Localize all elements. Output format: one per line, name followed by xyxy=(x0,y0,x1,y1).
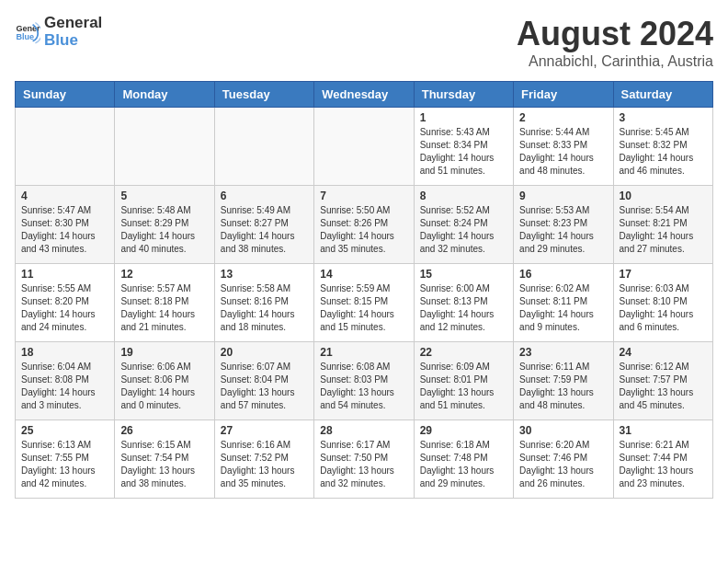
day-number: 13 xyxy=(221,268,308,281)
day-number: 11 xyxy=(21,268,108,281)
calendar-header-friday: Friday xyxy=(514,82,613,108)
calendar-cell: 19Sunrise: 6:06 AM Sunset: 8:06 PM Dayli… xyxy=(115,342,214,420)
day-info: Sunrise: 6:02 AM Sunset: 8:11 PM Dayligh… xyxy=(519,282,607,334)
calendar-cell: 21Sunrise: 6:08 AM Sunset: 8:03 PM Dayli… xyxy=(314,342,414,420)
day-info: Sunrise: 6:20 AM Sunset: 7:46 PM Dayligh… xyxy=(519,439,607,490)
day-number: 25 xyxy=(21,424,108,437)
calendar-week-row: 25Sunrise: 6:13 AM Sunset: 7:55 PM Dayli… xyxy=(16,420,713,499)
day-number: 26 xyxy=(120,424,208,437)
calendar-cell: 24Sunrise: 6:12 AM Sunset: 7:57 PM Dayli… xyxy=(613,342,712,420)
calendar-cell xyxy=(214,108,313,186)
calendar-cell: 20Sunrise: 6:07 AM Sunset: 8:04 PM Dayli… xyxy=(214,342,313,420)
day-number: 9 xyxy=(519,190,607,202)
calendar-cell: 6Sunrise: 5:49 AM Sunset: 8:27 PM Daylig… xyxy=(214,186,313,264)
calendar-header-wednesday: Wednesday xyxy=(314,82,414,108)
calendar-table: SundayMondayTuesdayWednesdayThursdayFrid… xyxy=(15,81,713,499)
calendar-cell: 12Sunrise: 5:57 AM Sunset: 8:18 PM Dayli… xyxy=(115,264,214,342)
location-title: Annabichl, Carinthia, Austria xyxy=(517,53,713,70)
calendar-header-row: SundayMondayTuesdayWednesdayThursdayFrid… xyxy=(16,82,713,108)
day-info: Sunrise: 6:13 AM Sunset: 7:55 PM Dayligh… xyxy=(21,439,108,490)
calendar-cell: 7Sunrise: 5:50 AM Sunset: 8:26 PM Daylig… xyxy=(314,186,414,264)
day-number: 7 xyxy=(320,190,407,202)
calendar-cell xyxy=(115,108,214,186)
calendar-cell: 23Sunrise: 6:11 AM Sunset: 7:59 PM Dayli… xyxy=(514,342,613,420)
day-number: 5 xyxy=(120,190,208,202)
day-number: 19 xyxy=(120,346,208,359)
day-info: Sunrise: 5:43 AM Sunset: 8:34 PM Dayligh… xyxy=(420,126,507,178)
day-info: Sunrise: 6:04 AM Sunset: 8:08 PM Dayligh… xyxy=(21,361,108,412)
day-info: Sunrise: 6:09 AM Sunset: 8:01 PM Dayligh… xyxy=(420,361,507,412)
day-info: Sunrise: 5:44 AM Sunset: 8:33 PM Dayligh… xyxy=(519,126,607,178)
day-number: 4 xyxy=(21,190,108,202)
calendar-cell: 5Sunrise: 5:48 AM Sunset: 8:29 PM Daylig… xyxy=(115,186,214,264)
calendar-cell: 31Sunrise: 6:21 AM Sunset: 7:44 PM Dayli… xyxy=(613,420,712,499)
calendar-week-row: 4Sunrise: 5:47 AM Sunset: 8:30 PM Daylig… xyxy=(16,186,713,264)
calendar-cell: 27Sunrise: 6:16 AM Sunset: 7:52 PM Dayli… xyxy=(214,420,313,499)
day-number: 12 xyxy=(120,268,208,281)
day-number: 28 xyxy=(320,424,407,437)
day-info: Sunrise: 5:45 AM Sunset: 8:32 PM Dayligh… xyxy=(620,126,707,178)
day-info: Sunrise: 5:50 AM Sunset: 8:26 PM Dayligh… xyxy=(320,204,407,256)
day-info: Sunrise: 5:47 AM Sunset: 8:30 PM Dayligh… xyxy=(21,204,108,256)
day-number: 14 xyxy=(320,268,407,281)
calendar-header-thursday: Thursday xyxy=(414,82,513,108)
calendar-cell: 1Sunrise: 5:43 AM Sunset: 8:34 PM Daylig… xyxy=(414,108,513,186)
calendar-cell: 9Sunrise: 5:53 AM Sunset: 8:23 PM Daylig… xyxy=(514,186,613,264)
day-number: 24 xyxy=(620,346,707,359)
calendar-cell: 14Sunrise: 5:59 AM Sunset: 8:15 PM Dayli… xyxy=(314,264,414,342)
day-info: Sunrise: 5:54 AM Sunset: 8:21 PM Dayligh… xyxy=(620,204,707,256)
month-year-title: August 2024 xyxy=(517,15,713,53)
calendar-cell: 15Sunrise: 6:00 AM Sunset: 8:13 PM Dayli… xyxy=(414,264,513,342)
calendar-cell xyxy=(314,108,414,186)
day-info: Sunrise: 5:58 AM Sunset: 8:16 PM Dayligh… xyxy=(221,282,308,334)
calendar-header-monday: Monday xyxy=(115,82,214,108)
calendar-cell: 18Sunrise: 6:04 AM Sunset: 8:08 PM Dayli… xyxy=(16,342,115,420)
calendar-header-sunday: Sunday xyxy=(16,82,115,108)
calendar-week-row: 11Sunrise: 5:55 AM Sunset: 8:20 PM Dayli… xyxy=(16,264,713,342)
day-number: 23 xyxy=(519,346,607,359)
day-info: Sunrise: 6:15 AM Sunset: 7:54 PM Dayligh… xyxy=(120,439,208,490)
logo-icon: General Blue xyxy=(15,19,40,45)
calendar-cell: 26Sunrise: 6:15 AM Sunset: 7:54 PM Dayli… xyxy=(115,420,214,499)
calendar-header-saturday: Saturday xyxy=(613,82,712,108)
day-number: 3 xyxy=(620,111,707,124)
calendar-cell: 25Sunrise: 6:13 AM Sunset: 7:55 PM Dayli… xyxy=(16,420,115,499)
calendar-cell: 11Sunrise: 5:55 AM Sunset: 8:20 PM Dayli… xyxy=(16,264,115,342)
day-info: Sunrise: 5:59 AM Sunset: 8:15 PM Dayligh… xyxy=(320,282,407,334)
day-info: Sunrise: 5:48 AM Sunset: 8:29 PM Dayligh… xyxy=(120,204,208,256)
calendar-cell: 8Sunrise: 5:52 AM Sunset: 8:24 PM Daylig… xyxy=(414,186,513,264)
day-number: 27 xyxy=(221,424,308,437)
day-number: 18 xyxy=(21,346,108,359)
calendar-cell: 13Sunrise: 5:58 AM Sunset: 8:16 PM Dayli… xyxy=(214,264,313,342)
logo-text-general: General xyxy=(44,15,102,32)
page-header: General Blue General Blue August 2024 An… xyxy=(15,15,713,70)
calendar-cell: 28Sunrise: 6:17 AM Sunset: 7:50 PM Dayli… xyxy=(314,420,414,499)
day-number: 6 xyxy=(221,190,308,202)
calendar-cell xyxy=(16,108,115,186)
calendar-cell: 10Sunrise: 5:54 AM Sunset: 8:21 PM Dayli… xyxy=(613,186,712,264)
day-info: Sunrise: 6:18 AM Sunset: 7:48 PM Dayligh… xyxy=(420,439,507,490)
day-number: 17 xyxy=(620,268,707,281)
day-number: 31 xyxy=(620,424,707,437)
day-number: 2 xyxy=(519,111,607,124)
day-number: 1 xyxy=(420,111,507,124)
calendar-cell: 17Sunrise: 6:03 AM Sunset: 8:10 PM Dayli… xyxy=(613,264,712,342)
calendar-cell: 16Sunrise: 6:02 AM Sunset: 8:11 PM Dayli… xyxy=(514,264,613,342)
day-info: Sunrise: 6:11 AM Sunset: 7:59 PM Dayligh… xyxy=(519,361,607,412)
calendar-week-row: 1Sunrise: 5:43 AM Sunset: 8:34 PM Daylig… xyxy=(16,108,713,186)
day-info: Sunrise: 6:16 AM Sunset: 7:52 PM Dayligh… xyxy=(221,439,308,490)
day-number: 15 xyxy=(420,268,507,281)
day-number: 16 xyxy=(519,268,607,281)
day-info: Sunrise: 6:07 AM Sunset: 8:04 PM Dayligh… xyxy=(221,361,308,412)
day-info: Sunrise: 6:00 AM Sunset: 8:13 PM Dayligh… xyxy=(420,282,507,334)
day-number: 8 xyxy=(420,190,507,202)
day-number: 29 xyxy=(420,424,507,437)
day-info: Sunrise: 6:21 AM Sunset: 7:44 PM Dayligh… xyxy=(620,439,707,490)
calendar-cell: 4Sunrise: 5:47 AM Sunset: 8:30 PM Daylig… xyxy=(16,186,115,264)
day-info: Sunrise: 5:55 AM Sunset: 8:20 PM Dayligh… xyxy=(21,282,108,334)
title-section: August 2024 Annabichl, Carinthia, Austri… xyxy=(517,15,713,70)
day-info: Sunrise: 6:17 AM Sunset: 7:50 PM Dayligh… xyxy=(320,439,407,490)
day-number: 10 xyxy=(620,190,707,202)
day-info: Sunrise: 5:57 AM Sunset: 8:18 PM Dayligh… xyxy=(120,282,208,334)
day-number: 22 xyxy=(420,346,507,359)
